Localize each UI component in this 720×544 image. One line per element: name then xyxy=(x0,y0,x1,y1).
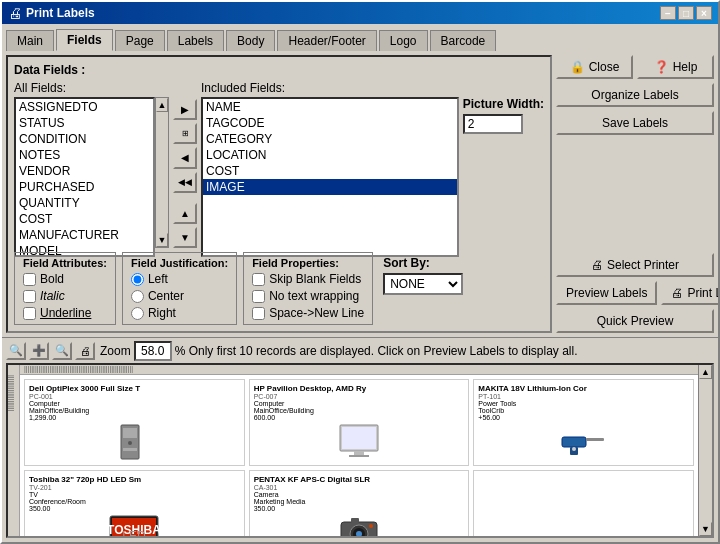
list-item[interactable]: NOTES xyxy=(16,147,153,163)
skip-blank-checkbox[interactable] xyxy=(252,273,265,286)
underline-checkbox[interactable] xyxy=(23,307,36,320)
no-wrap-label: No text wrapping xyxy=(269,289,359,303)
move-down-button[interactable]: ▼ xyxy=(173,227,197,248)
scroll-down[interactable]: ▼ xyxy=(156,233,168,247)
card-2-id: PC-007 xyxy=(254,393,465,400)
tab-header-footer[interactable]: Header/Footer xyxy=(277,30,376,51)
list-item[interactable]: MANUFACTURER xyxy=(16,227,153,243)
zoom-in-button[interactable]: ➕ xyxy=(29,342,49,360)
list-item[interactable]: NAME xyxy=(203,99,457,115)
italic-checkbox[interactable] xyxy=(23,290,36,303)
sort-by-select[interactable]: NONE xyxy=(383,273,463,295)
preview-scroll-down[interactable]: ▼ xyxy=(699,522,712,536)
picture-width-col: Picture Width: xyxy=(463,97,544,248)
camera-icon xyxy=(337,514,381,538)
included-fields-listbox[interactable]: NAME TAGCODE CATEGORY LOCATION COST IMAG… xyxy=(201,97,459,257)
all-fields-listbox[interactable]: ASSIGNEDTO STATUS CONDITION NOTES VENDOR… xyxy=(14,97,155,257)
card-3-title: MAKITA 18V Lithium-Ion Cor xyxy=(478,384,689,393)
list-item[interactable]: CATEGORY xyxy=(203,131,457,147)
list-item[interactable]: COST xyxy=(203,163,457,179)
center-label: Center xyxy=(148,289,184,303)
organize-labels-button[interactable]: Organize Labels xyxy=(556,83,714,107)
zoom-fit-button[interactable]: 🔍 xyxy=(6,342,26,360)
cards-row-1: Dell OptiPlex 3000 Full Size T PC-001 Co… xyxy=(24,379,694,466)
all-fields-scrollbar[interactable]: ▲ ▼ xyxy=(155,97,169,248)
preview-card-1: Dell OptiPlex 3000 Full Size T PC-001 Co… xyxy=(24,379,245,466)
quick-preview-button[interactable]: Quick Preview xyxy=(556,309,714,333)
zoom-input[interactable] xyxy=(134,341,172,361)
right-radio[interactable] xyxy=(131,307,144,320)
all-fields-label: All Fields: xyxy=(14,81,169,95)
left-radio[interactable] xyxy=(131,273,144,286)
no-wrap-checkbox[interactable] xyxy=(252,290,265,303)
tab-labels[interactable]: Labels xyxy=(167,30,224,51)
move-left-button[interactable]: ◀ xyxy=(173,147,197,168)
help-icon: ❓ xyxy=(654,60,669,74)
move-right-button[interactable]: ▶ xyxy=(173,99,197,120)
ruler-top: ||||||||||||||||||||||||||||||||||||||||… xyxy=(20,365,698,375)
svg-rect-6 xyxy=(354,451,364,455)
card-4-price: 350.00 xyxy=(29,505,240,512)
print-icon: 🖨 xyxy=(671,286,683,300)
cards-row-2: Toshiba 32" 720p HD LED Sm TV-201 TV Con… xyxy=(24,470,694,538)
scroll-up[interactable]: ▲ xyxy=(156,98,168,112)
list-item[interactable]: PURCHASED xyxy=(16,179,153,195)
center-radio[interactable] xyxy=(131,290,144,303)
tab-logo[interactable]: Logo xyxy=(379,30,428,51)
svg-text:LED: LED xyxy=(123,529,147,538)
save-labels-button[interactable]: Save Labels xyxy=(556,111,714,135)
left-label: Left xyxy=(148,272,168,286)
help-label: Help xyxy=(673,60,698,74)
quick-preview-label: Quick Preview xyxy=(597,314,674,328)
desktop-icon xyxy=(334,423,384,461)
list-item-selected[interactable]: IMAGE xyxy=(203,179,457,195)
title-bar-left: 🖨 Print Labels xyxy=(8,5,95,21)
space-newline-label: Space->New Line xyxy=(269,306,364,320)
preview-labels-button[interactable]: Preview Labels xyxy=(556,281,657,305)
list-item[interactable]: QUANTITY xyxy=(16,195,153,211)
data-fields-label: Data Fields : xyxy=(14,63,544,77)
tab-body[interactable]: Body xyxy=(226,30,275,51)
select-printer-button[interactable]: 🖨 Select Printer xyxy=(556,253,714,277)
close-button[interactable]: 🔒 Close xyxy=(556,55,633,79)
maximize-button[interactable]: □ xyxy=(678,6,694,20)
card-1-category: Computer xyxy=(29,400,240,407)
card-5-category: Camera xyxy=(254,491,465,498)
print-labels-button[interactable]: 🖨 Print Labels xyxy=(661,281,718,305)
list-item[interactable]: ASSIGNEDTO xyxy=(16,99,153,115)
list-item[interactable]: STATUS xyxy=(16,115,153,131)
list-item[interactable]: LOCATION xyxy=(203,147,457,163)
tab-page[interactable]: Page xyxy=(115,30,165,51)
help-button[interactable]: ❓ Help xyxy=(637,55,714,79)
list-item[interactable]: COST xyxy=(16,211,153,227)
tabs-bar: Main Fields Page Labels Body Header/Foot… xyxy=(2,24,718,51)
picture-width-input[interactable] xyxy=(463,114,523,134)
card-5-title: PENTAX KF APS-C Digital SLR xyxy=(254,475,465,484)
tab-barcode[interactable]: Barcode xyxy=(430,30,497,51)
move-up-button[interactable]: ▲ xyxy=(173,203,197,224)
minimize-button[interactable]: − xyxy=(660,6,676,20)
tab-main[interactable]: Main xyxy=(6,30,54,51)
zoom-out-button[interactable]: 🔍 xyxy=(52,342,72,360)
space-newline-checkbox[interactable] xyxy=(252,307,265,320)
right-panel: 🔒 Close ❓ Help Organize Labels Save Labe… xyxy=(556,55,714,333)
preview-scroll-up[interactable]: ▲ xyxy=(699,365,712,379)
info-text: % Only first 10 records are displayed. C… xyxy=(175,344,578,358)
list-item[interactable]: VENDOR xyxy=(16,163,153,179)
card-5-location: Marketing Media xyxy=(254,498,465,505)
card-3-image xyxy=(478,423,689,461)
underline-checkbox-row: Underline xyxy=(23,306,107,320)
close-help-row: 🔒 Close ❓ Help xyxy=(556,55,714,79)
move-left-all-button[interactable]: ◀◀ xyxy=(173,172,197,193)
preview-scrollbar[interactable]: ▲ ▼ xyxy=(698,365,712,536)
tab-fields[interactable]: Fields xyxy=(56,29,113,51)
print-toolbar-button[interactable]: 🖨 xyxy=(75,342,95,360)
close-title-button[interactable]: × xyxy=(696,6,712,20)
move-right-all-button[interactable]: ⊞ xyxy=(173,123,197,144)
list-item[interactable]: CONDITION xyxy=(16,131,153,147)
preview-area[interactable]: |||||||||||||||||||| |||||||||||||||||||… xyxy=(6,363,714,538)
bold-checkbox[interactable] xyxy=(23,273,36,286)
list-item[interactable]: TAGCODE xyxy=(203,115,457,131)
ruler-left: |||||||||||||||||||| xyxy=(8,365,20,536)
select-printer-label: Select Printer xyxy=(607,258,679,272)
